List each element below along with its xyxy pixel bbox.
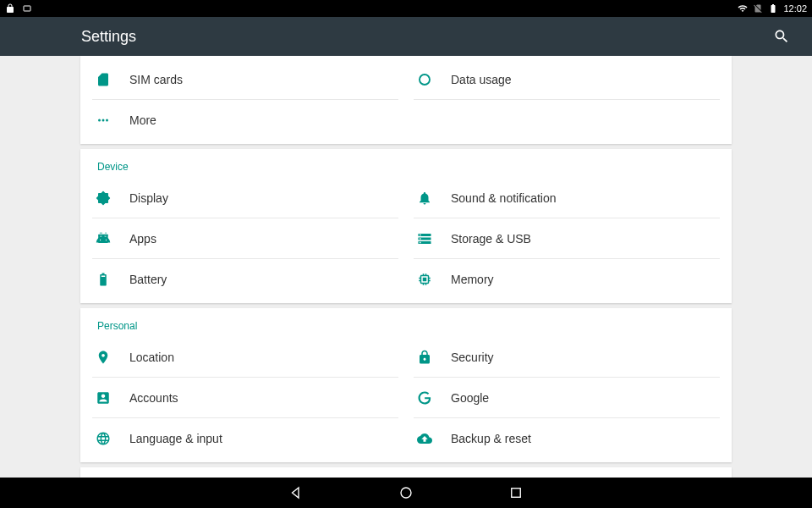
row-backup[interactable]: Backup & reset xyxy=(414,418,720,459)
search-button[interactable] xyxy=(771,26,792,47)
card-personal: Personal Location Security xyxy=(80,308,732,462)
section-header-device: Device xyxy=(80,149,732,178)
memory-icon xyxy=(417,272,451,287)
row-language[interactable]: Language & input xyxy=(92,418,398,459)
row-label: Battery xyxy=(129,273,167,286)
row-label: Storage & USB xyxy=(451,232,531,246)
page-title: Settings xyxy=(81,28,136,46)
svg-point-3 xyxy=(102,119,105,122)
section-header-personal: Personal xyxy=(80,308,732,337)
row-label: Language & input xyxy=(129,432,222,445)
back-icon xyxy=(288,485,304,500)
apps-icon xyxy=(96,231,129,246)
row-storage[interactable]: Storage & USB xyxy=(414,218,720,259)
svg-point-4 xyxy=(106,119,108,122)
lock-icon xyxy=(5,3,15,14)
row-accounts[interactable]: Accounts xyxy=(92,378,398,418)
svg-rect-0 xyxy=(24,6,30,11)
svg-point-1 xyxy=(420,75,430,85)
nav-recent-button[interactable] xyxy=(508,484,524,501)
card-device: Device Display Sound & notification xyxy=(80,149,732,303)
row-label: Location xyxy=(129,351,174,364)
row-data-usage[interactable]: Data usage xyxy=(414,59,720,100)
row-label: More xyxy=(129,113,156,127)
row-label: SIM cards xyxy=(129,73,183,86)
row-label: Memory xyxy=(451,273,494,286)
bell-icon xyxy=(417,190,451,206)
home-icon xyxy=(398,485,414,500)
svg-point-2 xyxy=(98,119,101,122)
row-label: Google xyxy=(451,391,489,405)
row-display[interactable]: Display xyxy=(92,178,398,218)
row-more[interactable]: More xyxy=(92,100,398,141)
search-icon xyxy=(773,28,790,45)
row-sim-cards[interactable]: SIM cards xyxy=(92,59,398,100)
card-system: System xyxy=(80,467,732,478)
row-label: Accounts xyxy=(129,391,178,405)
backup-icon xyxy=(417,431,451,446)
storage-icon xyxy=(417,231,451,246)
lock-icon xyxy=(417,350,451,365)
row-memory[interactable]: Memory xyxy=(414,259,720,300)
screenshot-icon xyxy=(22,3,32,14)
row-label: Data usage xyxy=(451,73,512,86)
row-label: Apps xyxy=(129,232,156,246)
row-sound[interactable]: Sound & notification xyxy=(414,178,720,218)
globe-icon xyxy=(96,431,129,446)
data-usage-icon xyxy=(417,72,451,87)
account-icon xyxy=(96,390,129,406)
row-apps[interactable]: Apps xyxy=(92,218,398,259)
section-header-system: System xyxy=(80,467,732,478)
more-icon xyxy=(96,113,129,128)
recent-icon xyxy=(508,485,524,500)
status-time: 12:02 xyxy=(783,3,807,14)
display-icon xyxy=(96,190,129,206)
row-label: Security xyxy=(451,351,494,364)
app-bar: Settings xyxy=(0,17,812,56)
settings-content: SIM cards Data usage More Device xyxy=(0,56,812,478)
navigation-bar xyxy=(0,478,812,508)
row-location[interactable]: Location xyxy=(92,337,398,378)
nav-back-button[interactable] xyxy=(288,484,304,501)
battery-icon xyxy=(96,272,129,287)
row-label: Sound & notification xyxy=(451,191,557,205)
battery-icon xyxy=(768,3,778,14)
location-icon xyxy=(96,350,129,365)
wifi-icon xyxy=(738,3,748,14)
nav-home-button[interactable] xyxy=(398,484,414,501)
svg-point-5 xyxy=(401,488,411,498)
google-icon xyxy=(417,390,451,406)
row-security[interactable]: Security xyxy=(414,337,720,378)
row-label: Display xyxy=(129,191,168,205)
row-google[interactable]: Google xyxy=(414,378,720,418)
row-battery[interactable]: Battery xyxy=(92,259,398,300)
no-sim-icon xyxy=(753,3,763,14)
svg-rect-6 xyxy=(512,489,521,498)
sim-card-icon xyxy=(96,72,129,87)
status-bar: 12:02 xyxy=(0,0,812,17)
card-wireless: SIM cards Data usage More xyxy=(80,56,732,144)
row-label: Backup & reset xyxy=(451,432,531,445)
